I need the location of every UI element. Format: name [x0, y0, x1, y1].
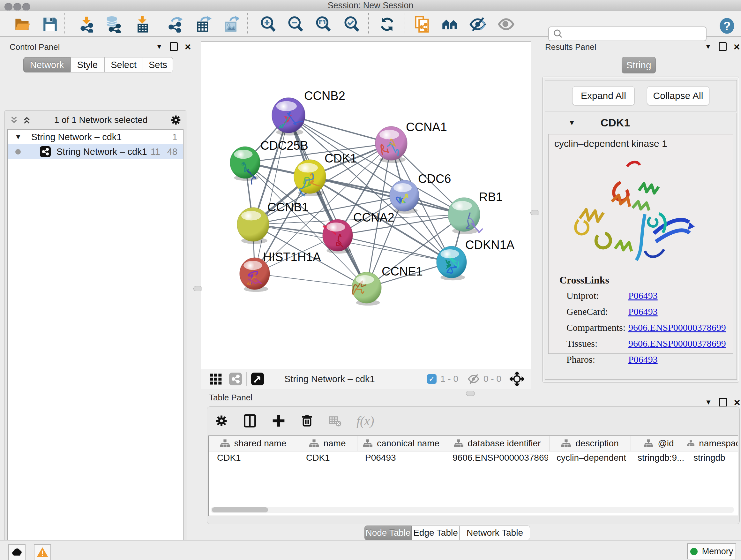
network-node-CDC6[interactable]	[390, 180, 419, 213]
export-image-button[interactable]	[221, 14, 241, 35]
birdseye-view-icon[interactable]	[251, 373, 264, 385]
tab-network[interactable]: Network	[23, 57, 71, 72]
entry-header[interactable]: ▼ CDK1	[545, 113, 737, 132]
network-item-row[interactable]: String Network – cdk1 11 48	[8, 144, 183, 159]
column-header-name[interactable]: name	[298, 436, 357, 451]
delete-table-icon[interactable]	[328, 414, 342, 428]
column-header-canonical-name[interactable]: canonical name	[357, 436, 445, 451]
crosslink-link[interactable]: P06493	[628, 354, 658, 365]
column-header-namespace[interactable]: namespace	[687, 436, 738, 451]
expand-all-chevron-icon[interactable]	[22, 115, 31, 125]
zoom-fit-button[interactable]	[313, 14, 333, 35]
crosslink-row: GeneCard:P06493	[549, 306, 733, 322]
scrollbar-thumb[interactable]	[212, 507, 268, 512]
network-node-CCNB2[interactable]	[272, 98, 305, 136]
open-session-button[interactable]	[12, 14, 32, 35]
import-network-file-button[interactable]	[76, 14, 97, 35]
table-cell[interactable]: stringdb	[685, 451, 738, 464]
panel-float-icon[interactable]	[719, 42, 727, 51]
refresh-button[interactable]	[377, 14, 397, 35]
duplicate-network-button[interactable]	[412, 14, 432, 35]
network-options-gear-icon[interactable]	[170, 114, 182, 126]
panel-close-icon[interactable]: ×	[734, 43, 740, 50]
entry-collapse-icon[interactable]: ▼	[568, 118, 576, 127]
network-node-CDK1[interactable]	[294, 160, 326, 196]
network-node-CDKN1A[interactable]	[436, 246, 467, 280]
panel-float-icon[interactable]	[170, 42, 178, 51]
network-node-CCNB1[interactable]	[237, 207, 269, 244]
table-cell[interactable]: stringdb:9...	[629, 451, 685, 464]
table-cell[interactable]: cyclin–dependent ...	[548, 451, 629, 464]
memory-button[interactable]: Memory	[687, 543, 736, 559]
crosslink-link[interactable]: P06493	[628, 306, 658, 317]
table-cell[interactable]: 9606.ENSP00000378699	[444, 451, 548, 464]
panel-close-icon[interactable]: ×	[734, 399, 740, 406]
network-edge[interactable]	[338, 235, 452, 262]
zoom-out-button[interactable]	[285, 14, 306, 35]
export-table-button[interactable]	[193, 14, 213, 35]
column-header-description[interactable]: description	[549, 436, 631, 451]
column-header--id[interactable]: @id	[631, 436, 687, 451]
table-cell[interactable]: CDK1	[209, 451, 298, 464]
export-network-button[interactable]	[165, 14, 185, 35]
import-network-database-button[interactable]	[103, 14, 124, 35]
collapse-all-button[interactable]: Collapse All	[647, 86, 710, 105]
tab-edge-table[interactable]: Edge Table	[412, 525, 460, 540]
network-node-CCNE1[interactable]	[352, 272, 381, 306]
network-node-CCNA2[interactable]	[323, 219, 353, 253]
delete-column-icon[interactable]	[300, 414, 314, 428]
network-canvas[interactable]: CCNB2CCNA1CDC25BCDK1CDC6RB1CCNB1CCNA2CDK…	[201, 42, 531, 369]
tab-network-table[interactable]: Network Table	[460, 525, 530, 540]
grid-view-icon[interactable]	[209, 373, 222, 385]
import-table-file-button[interactable]	[132, 14, 152, 35]
table-cell[interactable]: CDK1	[298, 451, 357, 464]
tab-style[interactable]: Style	[71, 57, 105, 72]
network-node-CCNA1[interactable]	[375, 126, 407, 163]
zoom-selected-button[interactable]	[341, 14, 362, 35]
panel-collapse-icon[interactable]: ▼	[704, 43, 712, 51]
hidden-eye-slash-icon[interactable]	[468, 373, 480, 385]
collapse-all-chevron-icon[interactable]	[9, 115, 19, 125]
panel-float-icon[interactable]	[719, 398, 727, 407]
crosslink-link[interactable]: 9606.ENSP00000378699	[628, 322, 726, 333]
network-node-CDC25B[interactable]	[230, 146, 260, 185]
zoom-in-button[interactable]	[258, 14, 278, 35]
crosslink-link[interactable]: P06493	[628, 290, 658, 301]
network-node-RB1[interactable]	[448, 198, 482, 234]
selected-checkbox-icon[interactable]: ✓	[427, 374, 436, 384]
network-collection-row[interactable]: ▼ String Network – cdk1 1	[8, 130, 183, 144]
show-all-button[interactable]	[496, 14, 516, 35]
save-session-button[interactable]	[40, 14, 60, 35]
fit-selected-crosshair-icon[interactable]	[510, 372, 524, 386]
hide-selected-button[interactable]	[468, 14, 488, 35]
crosslink-link[interactable]: 9606.ENSP00000378699	[628, 338, 726, 349]
show-columns-icon[interactable]	[243, 414, 257, 428]
panel-collapse-icon[interactable]: ▼	[156, 43, 163, 51]
network-view-share-icon[interactable]	[229, 373, 242, 385]
tab-select[interactable]: Select	[105, 57, 143, 72]
panel-close-icon[interactable]: ×	[185, 43, 191, 50]
node-result-entry: ▼ CDK1 cyclin–dependent kinase 1	[545, 113, 737, 380]
table-horizontal-scrollbar[interactable]	[211, 507, 734, 513]
tab-string[interactable]: String	[622, 57, 656, 73]
expand-all-button[interactable]: Expand All	[572, 86, 635, 105]
warnings-button[interactable]	[34, 544, 51, 560]
panel-collapse-icon[interactable]: ▼	[705, 398, 712, 407]
right-splitter-handle[interactable]	[530, 210, 539, 215]
column-header-database-identifier[interactable]: database identifier	[445, 436, 549, 451]
network-graph[interactable]: CCNB2CCNA1CDC25BCDK1CDC6RB1CCNB1CCNA2CDK…	[201, 42, 531, 369]
tab-sets[interactable]: Sets	[143, 57, 173, 72]
collection-expand-icon[interactable]: ▼	[15, 133, 22, 141]
add-column-icon[interactable]	[272, 414, 286, 428]
table-options-gear-icon[interactable]	[215, 414, 228, 428]
tab-node-table[interactable]: Node Table	[364, 525, 412, 540]
network-edge[interactable]	[255, 273, 367, 288]
function-builder-icon[interactable]: f(x)	[356, 414, 374, 428]
column-header-shared-name[interactable]: shared name	[209, 436, 298, 451]
help-button[interactable]: ?	[717, 16, 737, 36]
left-splitter-handle[interactable]	[193, 286, 202, 291]
cloud-status-button[interactable]	[8, 544, 25, 560]
home-button[interactable]	[440, 14, 461, 35]
table-cell[interactable]: P06493	[357, 451, 444, 464]
table-row[interactable]: CDK1CDK1P064939606.ENSP00000378699cyclin…	[209, 451, 738, 464]
